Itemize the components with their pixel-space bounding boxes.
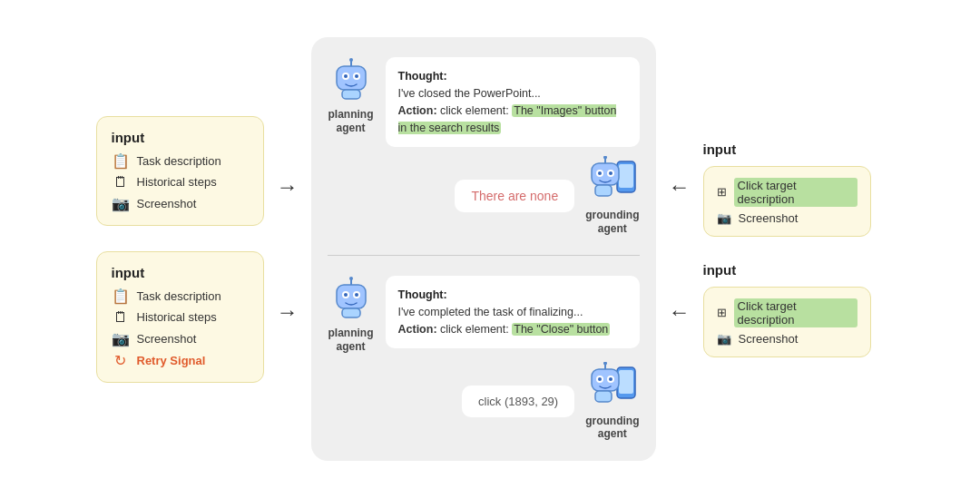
- right-top-item-1: ⊞ Click target description: [717, 178, 858, 207]
- bottom-input-item-1: 📋 Task description: [112, 288, 249, 305]
- svg-point-24: [349, 277, 353, 280]
- click-target-icon-top: ⊞: [717, 185, 727, 199]
- right-bottom-title: input: [703, 262, 737, 278]
- svg-point-14: [609, 171, 612, 175]
- bottom-planning-row: planningagent Thought: I've completed th…: [328, 276, 640, 353]
- top-item-3-label: Screenshot: [137, 197, 197, 210]
- svg-point-4: [355, 74, 358, 78]
- svg-rect-35: [595, 391, 612, 402]
- left-input-column: input 📋 Task description 🗒 Historical st…: [96, 116, 264, 383]
- planning-robot-svg-top: [328, 57, 375, 104]
- diagram: input 📋 Task description 🗒 Historical st…: [9, 37, 971, 460]
- center-panel: planningagent Thought: I've closed the P…: [311, 37, 656, 460]
- top-action-text: click element:: [440, 104, 512, 117]
- right-top-item-1-label: Click target description: [734, 178, 858, 207]
- screenshot-icon-right-bottom: 📷: [717, 332, 731, 346]
- svg-point-6: [349, 58, 353, 62]
- bottom-input-box: input 📋 Task description 🗒 Historical st…: [96, 251, 264, 383]
- screenshot-icon: 📷: [112, 195, 130, 212]
- top-scenario: planningagent Thought: I've closed the P…: [328, 57, 640, 235]
- arrow-bottom-right: ←: [669, 299, 691, 325]
- history-icon: 🗒: [112, 174, 130, 190]
- grounding-robot-svg-bottom: [586, 362, 639, 411]
- right-bottom-section: input ⊞ Click target description 📷 Scree…: [703, 262, 885, 357]
- right-arrows: ← ←: [662, 174, 698, 325]
- bottom-thought-bubble: Thought: I've completed the task of fina…: [386, 276, 640, 348]
- top-input-box: input 📋 Task description 🗒 Historical st…: [96, 116, 264, 226]
- bottom-thought-text: I've completed the task of finalizing...: [398, 306, 583, 318]
- grounding-robot-svg-top: [586, 156, 639, 205]
- right-top-item-2: 📷 Screenshot: [717, 211, 858, 225]
- right-bottom-item-2-label: Screenshot: [739, 332, 799, 346]
- bottom-input-title: input: [112, 265, 249, 280]
- top-item-1-label: Task description: [137, 154, 221, 168]
- top-grounding-agent-label: groundingagent: [585, 209, 639, 235]
- task-icon-2: 📋: [112, 288, 130, 305]
- svg-point-21: [344, 293, 348, 297]
- right-top-title: input: [703, 142, 737, 157]
- top-item-2-label: Historical steps: [137, 175, 217, 189]
- bottom-action-highlight: The "Close" button: [512, 323, 610, 336]
- arrow-top-right: ←: [669, 174, 691, 200]
- top-response-row: There are none: [328, 156, 640, 235]
- arrow-bottom-left: →: [277, 299, 299, 325]
- svg-point-3: [344, 74, 348, 78]
- svg-rect-9: [619, 164, 633, 188]
- retry-icon: ↻: [112, 352, 130, 369]
- top-action-label: Action:: [398, 104, 437, 117]
- right-input-column: input ⊞ Click target description 📷 Scree…: [703, 142, 885, 357]
- right-bottom-item-1-label: Click target description: [734, 298, 858, 327]
- bottom-planning-agent: planningagent: [328, 276, 375, 353]
- right-bottom-item-2: 📷 Screenshot: [717, 332, 858, 346]
- svg-rect-25: [342, 308, 360, 317]
- top-planning-row: planningagent Thought: I've closed the P…: [328, 57, 640, 147]
- right-bottom-box: ⊞ Click target description 📷 Screenshot: [703, 287, 871, 357]
- bottom-input-item-4: ↻ Retry Signal: [112, 352, 249, 369]
- screenshot-icon-2: 📷: [112, 330, 130, 347]
- bottom-input-item-3: 📷 Screenshot: [112, 330, 249, 347]
- bottom-action-label: Action:: [398, 323, 437, 336]
- top-thought-text: I've closed the PowerPoint...: [398, 87, 541, 100]
- retry-signal-label: Retry Signal: [137, 354, 206, 367]
- right-top-item-2-label: Screenshot: [739, 211, 799, 225]
- svg-rect-27: [619, 370, 633, 394]
- bottom-response-row: click (1893, 29): [328, 362, 640, 441]
- svg-point-13: [598, 171, 602, 175]
- bottom-scenario: planningagent Thought: I've completed th…: [328, 276, 640, 441]
- bottom-planning-agent-label: planningagent: [328, 327, 374, 353]
- top-planning-agent: planningagent: [328, 57, 375, 134]
- bottom-item-3-label: Screenshot: [137, 332, 197, 346]
- planning-robot-svg-bottom: [328, 276, 375, 323]
- top-input-item-3: 📷 Screenshot: [112, 195, 249, 212]
- bottom-grounding-agent-label: groundingagent: [585, 415, 639, 441]
- top-input-title: input: [112, 130, 249, 145]
- svg-point-32: [609, 377, 612, 381]
- svg-point-31: [598, 377, 602, 381]
- bottom-item-1-label: Task description: [137, 289, 221, 303]
- svg-point-34: [603, 362, 607, 366]
- click-target-icon-bottom: ⊞: [717, 306, 727, 319]
- top-input-item-1: 📋 Task description: [112, 152, 249, 170]
- right-top-box: ⊞ Click target description 📷 Screenshot: [703, 166, 871, 237]
- screenshot-icon-right-top: 📷: [717, 211, 731, 225]
- bottom-thought-title: Thought:: [398, 288, 447, 301]
- bottom-action-text: click element:: [440, 323, 512, 336]
- bottom-item-2-label: Historical steps: [137, 310, 217, 324]
- arrow-top-left: →: [277, 174, 299, 200]
- task-icon: 📋: [112, 152, 130, 170]
- top-response-bubble: There are none: [455, 180, 574, 212]
- svg-point-16: [603, 156, 607, 160]
- top-grounding-agent: groundingagent: [585, 156, 639, 235]
- history-icon-2: 🗒: [112, 309, 130, 326]
- top-thought-title: Thought:: [398, 70, 447, 83]
- top-thought-bubble: Thought: I've closed the PowerPoint... A…: [386, 57, 640, 147]
- bottom-input-item-2: 🗒 Historical steps: [112, 309, 249, 326]
- left-arrows: → →: [270, 174, 306, 325]
- top-input-item-2: 🗒 Historical steps: [112, 174, 249, 190]
- svg-rect-17: [595, 185, 612, 196]
- bottom-grounding-agent: groundingagent: [585, 362, 639, 441]
- right-bottom-item-1: ⊞ Click target description: [717, 298, 858, 327]
- svg-point-22: [355, 293, 358, 297]
- top-planning-agent-label: planningagent: [328, 108, 374, 134]
- bottom-response-bubble: click (1893, 29): [462, 386, 574, 417]
